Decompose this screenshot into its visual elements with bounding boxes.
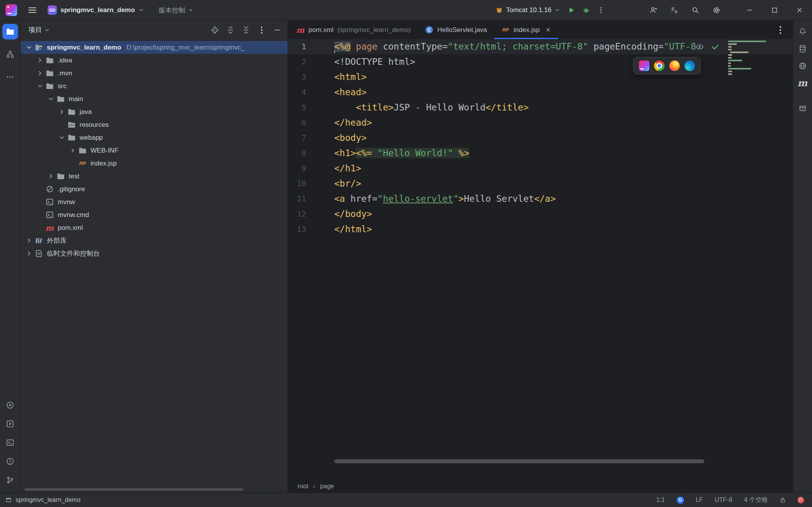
locate-icon[interactable] (210, 25, 220, 35)
tree-item-webapp[interactable]: webapp (21, 131, 287, 144)
search-everywhere-button[interactable] (688, 3, 703, 18)
line-number[interactable]: 5 (287, 100, 312, 115)
editor-horizontal-scrollbar[interactable] (334, 459, 704, 463)
minimap[interactable] (727, 41, 771, 76)
services-tool-button[interactable] (2, 416, 18, 432)
code-line-5[interactable]: 5 <title>JSP - Hello World</title> (287, 100, 792, 115)
tree-item-临时文件和控制台[interactable]: 临时文件和控制台 (21, 247, 287, 260)
code-with-me-button[interactable] (646, 3, 661, 18)
git-tool-button[interactable] (2, 472, 18, 488)
terminal-tool-button[interactable] (2, 435, 18, 450)
run-button[interactable] (564, 3, 579, 18)
line-number[interactable]: 13 (287, 222, 312, 237)
code-line-10[interactable]: 10<br/> (287, 176, 792, 191)
code-line-13[interactable]: 13</html> (287, 222, 792, 237)
tree-item-test[interactable]: test (21, 170, 287, 183)
code-line-6[interactable]: 6</head> (287, 115, 792, 130)
tree-item-pom.xml[interactable]: mpom.xml (21, 221, 287, 234)
line-separator[interactable]: LF (696, 496, 703, 503)
line-number[interactable]: 8 (287, 146, 312, 161)
line-number[interactable]: 6 (287, 115, 312, 130)
chevron-right-icon[interactable] (46, 170, 56, 183)
tab-options-icon[interactable] (775, 25, 785, 35)
hide-panel-icon[interactable] (273, 25, 282, 35)
indent-setting[interactable]: 4 个空格 (744, 496, 768, 504)
horizontal-scrollbar[interactable] (25, 488, 243, 491)
tree-item-mvnw.cmd[interactable]: mvnw.cmd (21, 208, 287, 221)
notifications-button[interactable] (795, 24, 810, 39)
dependencies-tool-button[interactable] (795, 100, 810, 116)
check-icon[interactable] (711, 42, 720, 52)
endpoints-tool-button[interactable] (795, 58, 810, 74)
eye-icon[interactable] (695, 42, 704, 52)
code-line-7[interactable]: 7<body> (287, 130, 792, 146)
chevron-right-icon[interactable] (24, 234, 34, 247)
minimize-button[interactable] (737, 0, 762, 20)
main-menu-button[interactable] (25, 3, 40, 18)
code-line-9[interactable]: 9</h1> (287, 161, 792, 176)
line-number[interactable]: 11 (287, 191, 312, 206)
expand-all-icon[interactable] (226, 25, 235, 35)
line-number[interactable]: 10 (287, 176, 312, 191)
chevron-right-icon[interactable] (57, 105, 67, 118)
tree-item-web-inf[interactable]: WEB-INF (21, 144, 287, 157)
chevron-right-icon[interactable] (24, 247, 34, 260)
tree-item-resources[interactable]: resources (21, 118, 287, 131)
database-tool-button[interactable] (795, 41, 810, 57)
line-number[interactable]: 12 (287, 206, 312, 222)
close-button[interactable] (787, 0, 812, 20)
vcs-widget[interactable]: 版本控制 (159, 6, 193, 15)
firefox-icon[interactable] (669, 60, 680, 71)
tab-index.jsp[interactable]: JSPindex.jsp (494, 21, 558, 39)
more-tools-button[interactable] (2, 69, 18, 85)
breadcrumb-page[interactable]: page (320, 483, 334, 490)
tree-item-.idea[interactable]: .idea (21, 54, 287, 67)
line-number[interactable]: 9 (287, 161, 312, 176)
g-circle-icon[interactable]: G (677, 496, 684, 504)
settings-button[interactable] (709, 3, 724, 18)
line-number[interactable]: 7 (287, 130, 312, 146)
more-run-options-button[interactable] (594, 3, 608, 18)
maximize-button[interactable] (762, 0, 787, 20)
chevron-right-icon[interactable] (35, 54, 45, 67)
chevron-down-icon[interactable] (24, 41, 34, 54)
status-project-widget[interactable]: springmvc_learn_demo (5, 496, 80, 503)
chevron-down-icon[interactable] (57, 131, 67, 144)
debug-button[interactable] (579, 3, 594, 18)
code-line-3[interactable]: 3<html> (287, 69, 792, 85)
edge-icon[interactable] (684, 60, 695, 71)
code-line-4[interactable]: 4<head> (287, 85, 792, 100)
tree-item-java[interactable]: java (21, 105, 287, 118)
cursor-position[interactable]: 1:1 (656, 496, 665, 503)
tree-item-mvnw[interactable]: mvnw (21, 196, 287, 208)
tab-helloservlet.java[interactable]: CHelloServlet.java (418, 21, 494, 39)
project-tool-button[interactable] (2, 24, 18, 39)
problems-tool-button[interactable] (2, 454, 18, 469)
more-vertical-icon[interactable] (257, 25, 266, 35)
line-number[interactable]: 2 (287, 54, 312, 69)
tree-item-main[interactable]: main (21, 93, 287, 105)
run-configuration-widget[interactable]: Tomcat 10.1.16 (491, 4, 564, 16)
translate-button[interactable]: 文A (667, 3, 682, 18)
line-number[interactable]: 1 (287, 39, 312, 54)
app-logo-icon[interactable] (5, 4, 17, 16)
tree-item-.gitignore[interactable]: .gitignore (21, 183, 287, 196)
tree-item-index.jsp[interactable]: JSPindex.jsp (21, 157, 287, 170)
lock-icon[interactable] (780, 497, 786, 503)
chevron-right-icon[interactable] (67, 144, 78, 157)
code-line-2[interactable]: 2<!DOCTYPE html> (287, 54, 792, 69)
file-encoding[interactable]: UTF-8 (714, 496, 732, 503)
idea-browser-icon[interactable] (639, 60, 649, 71)
project-widget[interactable]: SD springmvc_learn_demo (48, 5, 144, 15)
maven-tool-button[interactable]: m (795, 75, 810, 91)
code-line-8[interactable]: 8<h1><%= "Hello World!" %> (287, 146, 792, 161)
tab-pom.xml[interactable]: mpom.xml(springmvc_learn_demo) (289, 21, 418, 39)
code-editor[interactable]: 1<%@ page contentType="text/html; charse… (287, 39, 792, 480)
line-number[interactable]: 4 (287, 85, 312, 100)
tree-item-src[interactable]: src (21, 80, 287, 93)
code-line-11[interactable]: 11<a href="hello-servlet">Hello Servlet<… (287, 191, 792, 206)
chevron-down-icon[interactable] (35, 80, 45, 93)
tree-item-.mvn[interactable]: .mvn (21, 67, 287, 80)
collapse-all-icon[interactable] (241, 25, 251, 35)
chevron-right-icon[interactable] (35, 67, 45, 80)
